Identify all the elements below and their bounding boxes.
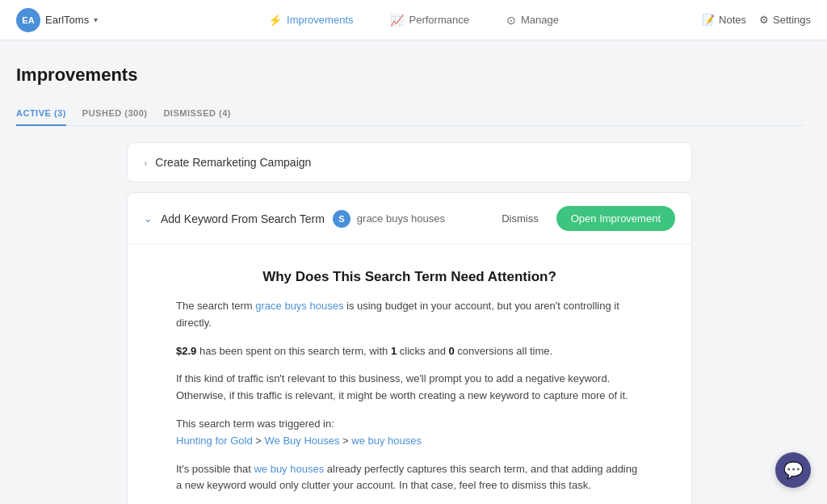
keyword-card: ⌄ Add Keyword From Search Term S grace b… xyxy=(127,192,692,504)
keyword-card-header: ⌄ Add Keyword From Search Term S grace b… xyxy=(128,193,691,245)
keyword-card-title: Add Keyword From Search Term xyxy=(161,212,325,225)
p2-bold1: $2.9 xyxy=(176,345,196,357)
p4-before: This search term was triggered in: xyxy=(176,418,334,430)
chat-icon: 💬 xyxy=(783,460,804,480)
open-improvement-button[interactable]: Open Improvement xyxy=(556,206,675,231)
expand-icon: › xyxy=(144,157,147,169)
nav-performance-label: Performance xyxy=(409,14,468,26)
chevron-down-icon: ▾ xyxy=(94,15,98,24)
paragraph-5: It's possible that we buy houses already… xyxy=(176,461,643,495)
p2-after: conversions all time. xyxy=(455,345,552,357)
p4-link2[interactable]: We Buy Houses xyxy=(265,435,340,447)
nav-improvements[interactable]: ⚡ Improvements xyxy=(262,10,359,30)
account-selector[interactable]: EA EarlToms ▾ xyxy=(16,8,162,32)
topnav-right-actions: 📝 Notes ⚙ Settings xyxy=(665,14,811,26)
tab-dismissed[interactable]: DISMISSED (4) xyxy=(163,102,231,126)
tab-active[interactable]: ACTIVE (3) xyxy=(16,102,66,126)
settings-button[interactable]: ⚙ Settings xyxy=(759,14,811,26)
remarketing-card: › Create Remarketing Campaign xyxy=(127,142,692,183)
collapse-icon: ⌄ xyxy=(144,212,153,225)
p1-link[interactable]: grace buys houses xyxy=(255,300,343,312)
dismiss-button[interactable]: Dismiss xyxy=(493,208,547,229)
manage-icon: ⊙ xyxy=(506,14,516,27)
card-actions: Dismiss Open Improvement xyxy=(493,206,675,231)
nav-manage-label: Manage xyxy=(521,14,559,26)
settings-icon: ⚙ xyxy=(759,14,769,26)
nav-improvements-label: Improvements xyxy=(287,14,353,26)
avatar: EA xyxy=(16,8,40,32)
p1-before: The search term xyxy=(176,300,255,312)
notes-button[interactable]: 📝 Notes xyxy=(702,14,746,26)
remarketing-card-header[interactable]: › Create Remarketing Campaign xyxy=(128,143,691,182)
p5-before: It's possible that xyxy=(176,463,254,475)
paragraph-1: The search term grace buys houses is usi… xyxy=(176,298,643,332)
page-title: Improvements xyxy=(16,65,803,86)
account-name: EarlToms xyxy=(45,14,89,26)
p2-mid1: has been spent on this search term, with xyxy=(196,345,391,357)
p5-link[interactable]: we buy houses xyxy=(254,463,324,475)
performance-icon: 📈 xyxy=(390,14,404,27)
nav-performance[interactable]: 📈 Performance xyxy=(384,10,475,30)
tab-bar: ACTIVE (3) PUSHED (300) DISMISSED (4) xyxy=(16,102,803,126)
top-navigation: EA EarlToms ▾ ⚡ Improvements 📈 Performan… xyxy=(0,0,827,40)
nav-manage[interactable]: ⊙ Manage xyxy=(500,10,565,30)
search-badge: S xyxy=(333,210,351,228)
settings-label: Settings xyxy=(773,14,811,26)
remarketing-card-title: Create Remarketing Campaign xyxy=(155,156,311,169)
notes-icon: 📝 xyxy=(702,14,715,26)
p4-link3[interactable]: we buy houses xyxy=(351,435,422,447)
p4-link1[interactable]: Hunting for Gold xyxy=(176,435,253,447)
page-content: Improvements ACTIVE (3) PUSHED (300) DIS… xyxy=(0,40,827,504)
p2-bold3: 0 xyxy=(449,345,455,357)
chat-bubble-button[interactable]: 💬 xyxy=(775,452,811,488)
search-term-label: grace buys houses xyxy=(357,212,445,225)
p4-sep2: > xyxy=(339,435,351,447)
section-title: Why Does This Search Term Need Attention… xyxy=(176,269,643,285)
improvements-icon: ⚡ xyxy=(268,14,282,27)
paragraph-4: This search term was triggered in: Hunti… xyxy=(176,416,643,450)
improvements-list: › Create Remarketing Campaign ⌄ Add Keyw… xyxy=(127,142,692,504)
paragraph-3: If this kind of traffic isn't relevant t… xyxy=(176,371,643,405)
p2-mid2: clicks and xyxy=(397,345,448,357)
paragraph-2: $2.9 has been spent on this search term,… xyxy=(176,343,643,360)
main-navigation: ⚡ Improvements 📈 Performance ⊙ Manage xyxy=(162,10,665,30)
notes-label: Notes xyxy=(719,14,746,26)
tab-pushed[interactable]: PUSHED (300) xyxy=(82,102,148,126)
p4-sep1: > xyxy=(253,435,265,447)
keyword-card-body: Why Does This Search Term Need Attention… xyxy=(128,245,691,504)
